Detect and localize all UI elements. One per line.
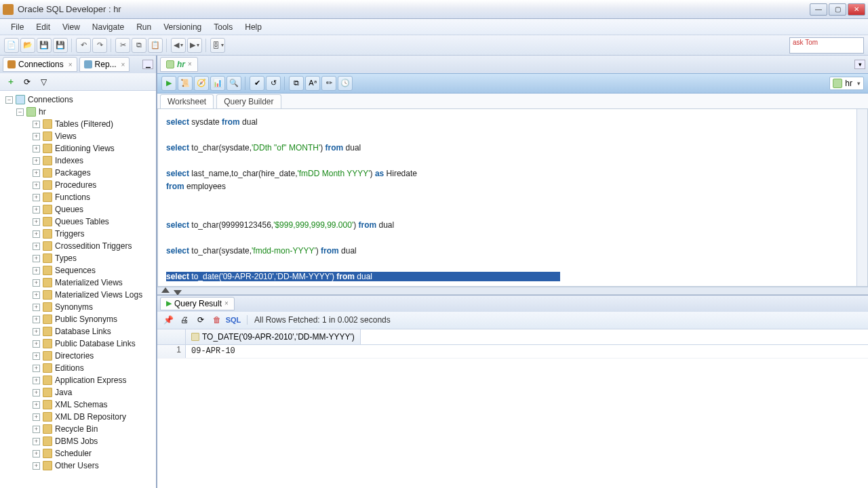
close-button[interactable]: ✕ (848, 3, 865, 16)
editor-tab-hr[interactable]: hr × (160, 57, 198, 72)
close-icon[interactable]: × (68, 61, 73, 68)
tree-item[interactable]: +Directories (0, 350, 156, 362)
menu-versioning[interactable]: Versioning (158, 20, 207, 34)
sql-button[interactable]: SQL (226, 313, 240, 327)
run-script-button[interactable]: 📜 (178, 76, 193, 91)
expand-icon[interactable]: + (33, 413, 40, 421)
expand-icon[interactable]: + (33, 169, 40, 177)
tree-item[interactable]: +Editioning Views (0, 142, 156, 155)
expand-icon[interactable]: + (33, 426, 40, 433)
close-icon[interactable]: × (121, 61, 125, 68)
sql-history-button[interactable]: 🕓 (338, 76, 353, 91)
open-button[interactable]: 📂 (20, 38, 35, 53)
sql-tuning-button[interactable]: 🔍 (226, 76, 241, 91)
tree-item[interactable]: +Types (0, 252, 156, 264)
expand-icon[interactable]: + (33, 145, 40, 152)
menu-file[interactable]: File (5, 20, 29, 34)
menu-run[interactable]: Run (131, 20, 157, 34)
cut-button[interactable]: ✂ (115, 38, 130, 53)
tab-connections[interactable]: Connections × (3, 57, 77, 72)
expand-icon[interactable]: + (33, 377, 40, 384)
autotrace-button[interactable]: 🧭 (194, 76, 209, 91)
connection-selector[interactable]: hr (829, 77, 864, 90)
tree-connection-hr[interactable]: − hr (0, 106, 156, 118)
tree-item[interactable]: +Sequences (0, 264, 156, 277)
menu-edit[interactable]: Edit (31, 20, 56, 34)
close-icon[interactable]: × (188, 60, 192, 68)
grid-cell[interactable]: 09-APR-10 (186, 345, 241, 358)
filter-button[interactable]: ▽ (37, 75, 50, 89)
tree-item[interactable]: +Queues Tables (0, 216, 156, 228)
asktom-search[interactable]: ask Tom (789, 37, 864, 54)
menu-help[interactable]: Help (239, 20, 267, 34)
expand-icon[interactable]: + (33, 291, 40, 299)
expand-icon[interactable]: + (33, 304, 40, 311)
tree-item[interactable]: +Other Users (0, 460, 156, 472)
expand-icon[interactable]: + (33, 133, 40, 140)
tree-item[interactable]: +Synonyms (0, 301, 156, 313)
menu-navigate[interactable]: Navigate (87, 20, 130, 34)
grid-row[interactable]: 1 09-APR-10 (157, 345, 868, 359)
expand-icon[interactable]: + (33, 438, 40, 445)
tree-item[interactable]: +XML DB Repository (0, 411, 156, 423)
maximize-button[interactable]: ▢ (829, 3, 846, 16)
expand-icon[interactable]: + (33, 255, 40, 262)
connections-tree[interactable]: − Connections − hr +Tables (Filtered)+Vi… (0, 91, 156, 488)
expand-icon[interactable]: + (33, 218, 40, 226)
tree-item[interactable]: +Materialized Views Logs (0, 289, 156, 301)
expand-icon[interactable]: + (33, 401, 40, 409)
expand-icon[interactable]: + (33, 157, 40, 165)
explain-plan-button[interactable]: 📊 (210, 76, 225, 91)
tab-list-button[interactable]: ▾ (854, 60, 865, 69)
pin-button[interactable]: 📌 (161, 313, 175, 327)
forward-button[interactable]: ▶ (187, 38, 202, 53)
menu-tools[interactable]: Tools (208, 20, 238, 34)
tab-query-builder[interactable]: Query Builder (216, 94, 281, 108)
tree-item[interactable]: +Database Links (0, 325, 156, 338)
save-all-button[interactable]: 💾 (53, 38, 68, 53)
tab-worksheet[interactable]: Worksheet (160, 94, 214, 108)
expand-icon[interactable]: + (33, 316, 40, 323)
collapse-icon[interactable]: − (5, 96, 13, 104)
tree-item[interactable]: +Recycle Bin (0, 423, 156, 435)
tree-item[interactable]: +DBMS Jobs (0, 435, 156, 447)
expand-icon[interactable]: + (33, 182, 40, 189)
save-button[interactable]: 💾 (37, 38, 52, 53)
tree-item[interactable]: +Procedures (0, 179, 156, 191)
sql-worksheet-button[interactable]: 🗄 (210, 38, 225, 53)
redo-button[interactable]: ↷ (92, 38, 107, 53)
tree-item[interactable]: +Public Database Links (0, 338, 156, 350)
expand-icon[interactable]: + (33, 462, 40, 470)
tree-item[interactable]: +Triggers (0, 228, 156, 240)
refresh-button[interactable]: ⟳ (20, 75, 34, 89)
run-statement-button[interactable]: ▶ (161, 76, 176, 91)
tree-item[interactable]: +Functions (0, 191, 156, 203)
paste-button[interactable]: 📋 (148, 38, 163, 53)
tree-item[interactable]: +Materialized Views (0, 277, 156, 289)
tree-item[interactable]: +Public Synonyms (0, 313, 156, 325)
vertical-scrollbar[interactable] (856, 109, 867, 286)
tree-root[interactable]: − Connections (0, 94, 156, 106)
tree-item[interactable]: +Editions (0, 362, 156, 374)
result-grid[interactable]: TO_DATE('09-APR-2010','DD-MM-YYYY') 1 09… (157, 329, 868, 488)
tree-item[interactable]: +XML Schemas (0, 399, 156, 411)
expand-icon[interactable]: + (33, 267, 40, 274)
clear-button[interactable]: ✏ (321, 76, 336, 91)
expand-icon[interactable]: + (33, 450, 40, 458)
tab-reports[interactable]: Rep... × (79, 57, 130, 72)
splitter-handle[interactable] (157, 287, 868, 295)
tree-item[interactable]: +Crossedition Triggers (0, 240, 156, 252)
copy-button[interactable]: ⧉ (132, 38, 146, 53)
expand-icon[interactable]: + (33, 206, 40, 214)
close-icon[interactable]: × (224, 300, 229, 307)
expand-icon[interactable]: + (33, 352, 40, 360)
menu-view[interactable]: View (57, 20, 85, 34)
minimize-panel-button[interactable]: ▁ (142, 60, 153, 69)
expand-icon[interactable]: + (33, 389, 40, 396)
tree-item[interactable]: +Queues (0, 203, 156, 216)
new-button[interactable]: 📄 (4, 38, 19, 53)
delete-button[interactable]: 🗑 (210, 313, 224, 327)
print-button[interactable]: 🖨 (178, 313, 191, 327)
to-uppercase-button[interactable]: Aᵃ (305, 76, 320, 91)
tree-item[interactable]: +Indexes (0, 155, 156, 167)
